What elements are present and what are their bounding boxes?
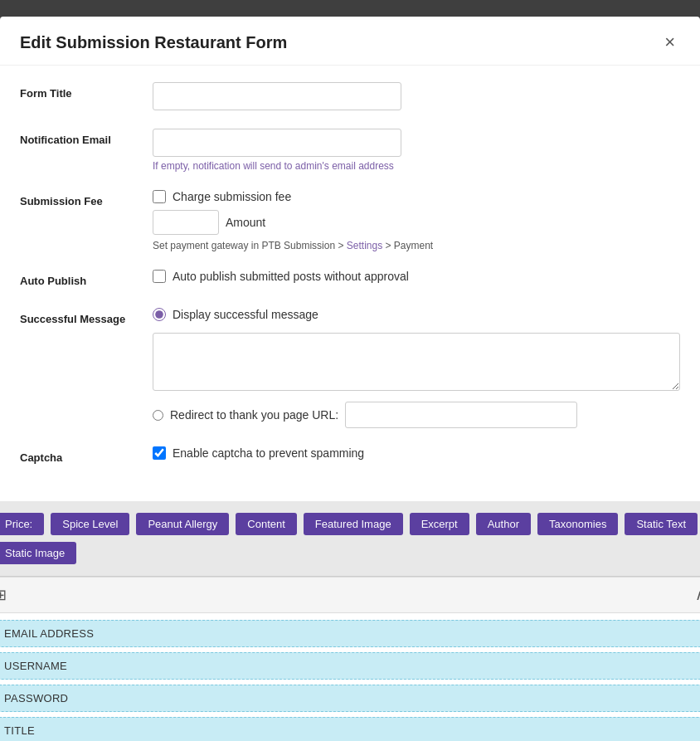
successful-message-wrap: Display successful message Redirect to t…	[153, 308, 680, 428]
amount-row: Amount	[153, 210, 680, 235]
submission-fee-wrap: Charge submission fee Amount Set payment…	[153, 190, 680, 251]
notification-email-hint: If empty, notification will send to admi…	[153, 160, 680, 172]
tag-btn-taxonomies[interactable]: Taxonomies	[537, 513, 618, 535]
display-message-radio[interactable]	[153, 308, 166, 321]
auto-publish-checkbox-row: Auto publish submitted posts without app…	[153, 270, 680, 283]
modal-body: Form Title Notification Email If empty, …	[0, 66, 700, 501]
field-item-title: TITLE	[0, 717, 700, 741]
submission-fee-row: Submission Fee Charge submission fee Amo…	[20, 190, 680, 251]
fields-section: ⊞ ∧ EMAIL ADDRESSUSERNAMEPASSWORDTITLE	[0, 576, 700, 741]
fields-header[interactable]: ⊞ ∧	[0, 577, 700, 613]
captcha-checkbox[interactable]	[153, 446, 166, 460]
notification-email-row: Notification Email If empty, notificatio…	[20, 129, 680, 172]
redirect-url-input[interactable]	[345, 402, 577, 428]
tag-btn-peanut-allergy[interactable]: Peanut Allergy	[136, 513, 229, 535]
auto-publish-checkbox[interactable]	[153, 270, 166, 283]
modal-overlay: Edit Submission Restaurant Form × Form T…	[0, 0, 700, 741]
tag-btn-spice-level[interactable]: Spice Level	[51, 513, 129, 535]
notification-email-label: Notification Email	[20, 129, 153, 146]
tag-btn-author[interactable]: Author	[476, 513, 531, 535]
charge-fee-row: Charge submission fee	[153, 190, 680, 203]
fields-header-left: ⊞	[0, 586, 7, 604]
tag-btn-excerpt[interactable]: Excerpt	[410, 513, 469, 535]
tag-btn-price[interactable]: Price:	[0, 513, 44, 535]
form-title-wrap	[153, 82, 680, 110]
successful-message-row: Successful Message Display successful me…	[20, 308, 680, 428]
close-button[interactable]: ×	[659, 32, 680, 53]
payment-hint: Set payment gateway in PTB Submission > …	[153, 240, 680, 251]
successful-message-label: Successful Message	[20, 308, 153, 325]
form-title-input[interactable]	[153, 82, 401, 110]
auto-publish-label: Auto Publish	[20, 270, 153, 287]
charge-fee-checkbox[interactable]	[153, 190, 166, 203]
field-item-password: PASSWORD	[0, 685, 700, 712]
captcha-checkbox-label: Enable captcha to prevent spamming	[173, 446, 364, 460]
tag-btn-content[interactable]: Content	[236, 513, 297, 535]
amount-input[interactable]	[153, 210, 219, 235]
captcha-checkbox-row: Enable captcha to prevent spamming	[153, 446, 680, 460]
message-textarea[interactable]	[153, 333, 680, 391]
captcha-row: Captcha Enable captcha to prevent spammi…	[20, 446, 680, 466]
field-item-email-address: EMAIL ADDRESS	[0, 620, 700, 647]
captcha-wrap: Enable captcha to prevent spamming	[153, 446, 680, 466]
tags-section: Price:Spice LevelPeanut AllergyContentFe…	[0, 501, 700, 576]
captcha-label: Captcha	[20, 446, 153, 464]
display-message-radio-label: Display successful message	[173, 308, 318, 321]
charge-fee-label: Charge submission fee	[173, 190, 291, 203]
fields-list: EMAIL ADDRESSUSERNAMEPASSWORDTITLE	[0, 613, 700, 741]
amount-label: Amount	[226, 216, 265, 229]
modal-header: Edit Submission Restaurant Form ×	[0, 17, 700, 66]
settings-link[interactable]: Settings	[347, 240, 382, 251]
form-title-row: Form Title	[20, 82, 680, 110]
notification-email-input[interactable]	[153, 129, 401, 157]
auto-publish-row: Auto Publish Auto publish submitted post…	[20, 270, 680, 290]
grid-icon: ⊞	[0, 586, 7, 604]
redirect-radio-label: Redirect to thank you page URL:	[170, 408, 338, 422]
chevron-up-icon: ∧	[695, 586, 700, 604]
modal-title: Edit Submission Restaurant Form	[20, 33, 287, 52]
tag-btn-static-image[interactable]: Static Image	[0, 542, 76, 564]
notification-email-wrap: If empty, notification will send to admi…	[153, 129, 680, 172]
redirect-row: Redirect to thank you page URL:	[153, 402, 680, 428]
payment-hint-post: > Payment	[382, 240, 433, 251]
payment-hint-pre: Set payment gateway in PTB Submission >	[153, 240, 347, 251]
form-title-label: Form Title	[20, 82, 153, 100]
submission-fee-label: Submission Fee	[20, 190, 153, 207]
redirect-radio[interactable]	[153, 410, 163, 421]
auto-publish-wrap: Auto publish submitted posts without app…	[153, 270, 680, 290]
tag-btn-featured-image[interactable]: Featured Image	[304, 513, 403, 535]
display-message-radio-row: Display successful message	[153, 308, 680, 321]
field-item-username: USERNAME	[0, 652, 700, 680]
modal: Edit Submission Restaurant Form × Form T…	[0, 17, 700, 741]
auto-publish-checkbox-label: Auto publish submitted posts without app…	[173, 270, 409, 283]
tag-btn-static-text[interactable]: Static Text	[625, 513, 698, 535]
